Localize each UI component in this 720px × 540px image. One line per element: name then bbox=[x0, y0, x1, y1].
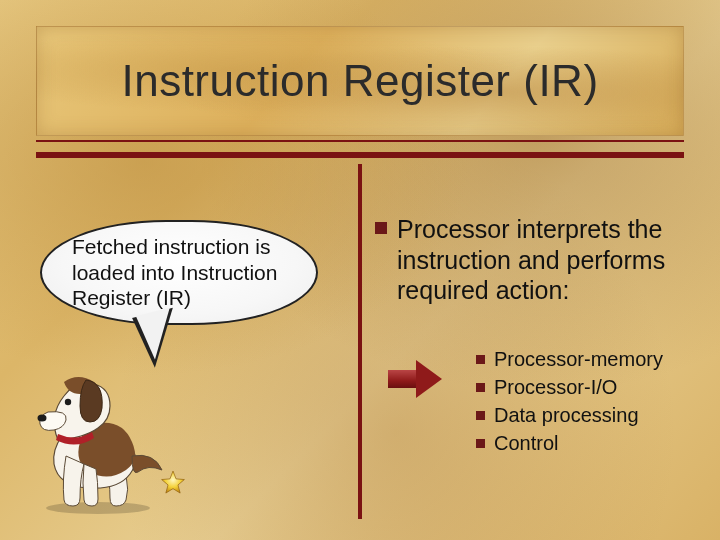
list-item: Control bbox=[476, 432, 708, 455]
bullet-square-icon bbox=[476, 439, 485, 448]
bullet-square-icon bbox=[476, 355, 485, 364]
arrow-right-icon bbox=[388, 360, 446, 398]
list-item: Data processing bbox=[476, 404, 708, 427]
slide-title: Instruction Register (IR) bbox=[121, 56, 598, 106]
bullet-square-icon bbox=[375, 222, 387, 234]
bullet-square-icon bbox=[476, 411, 485, 420]
bullet-square-icon bbox=[476, 383, 485, 392]
arrow-stem bbox=[388, 370, 418, 388]
title-box: Instruction Register (IR) bbox=[36, 26, 684, 136]
dog-image bbox=[28, 360, 173, 515]
list-item: Processor-I/O bbox=[476, 376, 708, 399]
main-bullet: Processor interprets the instruction and… bbox=[375, 214, 705, 306]
svg-point-3 bbox=[65, 399, 71, 405]
list-item-text: Control bbox=[494, 432, 558, 455]
sub-bullet-list: Processor-memory Processor-I/O Data proc… bbox=[476, 348, 708, 460]
callout-text: Fetched instruction is loaded into Instr… bbox=[72, 234, 286, 311]
svg-point-2 bbox=[38, 415, 47, 422]
list-item-text: Processor-memory bbox=[494, 348, 663, 371]
vertical-divider bbox=[358, 164, 362, 519]
list-item: Processor-memory bbox=[476, 348, 708, 371]
title-underline-thick bbox=[36, 152, 684, 158]
list-item-text: Data processing bbox=[494, 404, 639, 427]
title-underline-thin bbox=[36, 140, 684, 142]
speech-callout: Fetched instruction is loaded into Instr… bbox=[40, 220, 318, 325]
arrow-head bbox=[416, 360, 442, 398]
slide: Instruction Register (IR) Fetched instru… bbox=[0, 0, 720, 540]
list-item-text: Processor-I/O bbox=[494, 376, 617, 399]
svg-point-1 bbox=[46, 502, 150, 514]
main-bullet-text: Processor interprets the instruction and… bbox=[397, 214, 705, 306]
